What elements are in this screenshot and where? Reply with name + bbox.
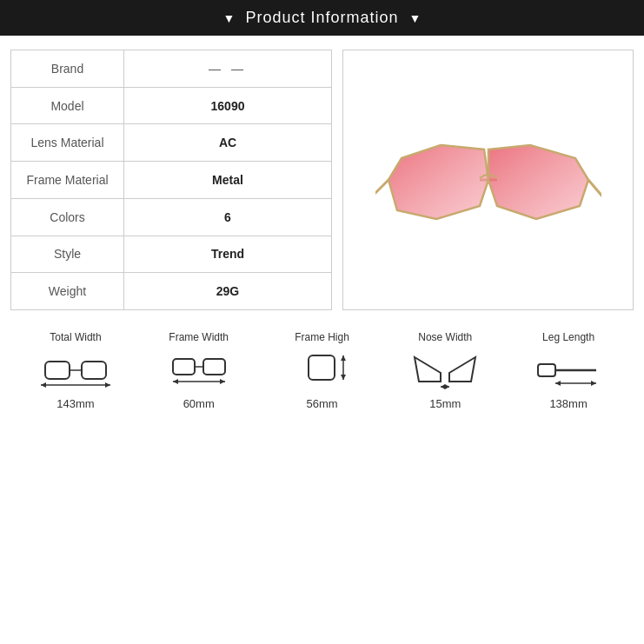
- dim-label-frame-high: Frame High: [295, 331, 349, 343]
- table-label-frame-material: Frame Material: [11, 162, 124, 199]
- table-value-brand: — —: [124, 50, 332, 88]
- dim-label-total-width: Total Width: [50, 331, 101, 343]
- info-table: Brand— —Model16090Lens MaterialACFrame M…: [10, 50, 332, 310]
- dim-item-frame-high: Frame High 56mm: [287, 331, 356, 410]
- svg-rect-14: [203, 359, 225, 375]
- header: ▼ Product Information ▼: [0, 0, 644, 36]
- table-value-model: 16090: [124, 87, 332, 124]
- header-arrow-left: ▼: [223, 11, 236, 25]
- dim-icon-frame-high: [287, 349, 356, 392]
- table-row: Brand— —: [11, 50, 332, 88]
- table-row: StyleTrend: [11, 236, 332, 273]
- svg-marker-2: [488, 145, 588, 219]
- dim-label-nose-width: Nose Width: [418, 331, 472, 343]
- dim-item-frame-width: Frame Width 60mm: [164, 331, 234, 410]
- table-value-lens-material: AC: [124, 124, 332, 162]
- dim-value-nose-width: 15mm: [429, 397, 461, 410]
- dimensions-section: Total Width 143mm Frame Width: [0, 324, 644, 424]
- svg-marker-17: [173, 379, 178, 384]
- dim-item-nose-width: Nose Width 15mm: [410, 331, 480, 410]
- header-title: Product Information: [245, 9, 398, 27]
- svg-rect-19: [309, 355, 335, 380]
- table-label-style: Style: [11, 236, 124, 273]
- svg-line-4: [588, 180, 601, 197]
- svg-marker-30: [591, 381, 596, 386]
- dim-label-frame-width: Frame Width: [169, 331, 229, 343]
- product-image-box: [342, 50, 634, 310]
- table-label-lens-material: Lens Material: [11, 124, 124, 162]
- table-label-weight: Weight: [11, 273, 124, 310]
- svg-marker-25: [445, 384, 449, 389]
- svg-marker-22: [341, 375, 346, 380]
- dim-label-leg-length: Leg Length: [542, 331, 594, 343]
- svg-rect-26: [538, 364, 555, 376]
- svg-marker-21: [341, 355, 346, 361]
- dim-item-total-width: Total Width 143mm: [41, 331, 110, 410]
- table-value-colors: 6: [124, 198, 332, 236]
- page-wrapper: ▼ Product Information ▼ Brand— —Model160…: [0, 0, 644, 644]
- dim-item-leg-length: Leg Length 138mm: [534, 331, 603, 410]
- table-value-style: Trend: [124, 236, 332, 273]
- dim-value-frame-high: 56mm: [306, 397, 337, 410]
- dim-icon-nose-width: [410, 349, 480, 392]
- product-image: [375, 93, 601, 267]
- dim-value-leg-length: 138mm: [549, 397, 587, 410]
- table-label-model: Model: [11, 87, 124, 124]
- table-row: Weight29G: [11, 273, 332, 310]
- svg-rect-7: [45, 362, 70, 379]
- dim-value-total-width: 143mm: [56, 397, 94, 410]
- table-row: Frame MaterialMetal: [11, 162, 332, 199]
- table-row: Lens MaterialAC: [11, 124, 332, 162]
- svg-marker-29: [555, 381, 561, 386]
- svg-line-3: [375, 180, 388, 197]
- svg-marker-24: [441, 384, 445, 389]
- table-label-colors: Colors: [11, 198, 124, 236]
- table-label-brand: Brand: [11, 50, 124, 88]
- dim-icon-frame-width: [164, 349, 234, 392]
- svg-marker-1: [388, 145, 488, 219]
- svg-rect-13: [173, 359, 195, 375]
- svg-rect-8: [82, 362, 106, 379]
- table-row: Colors6: [11, 198, 332, 236]
- table-row: Model16090: [11, 87, 332, 124]
- dim-value-frame-width: 60mm: [183, 397, 215, 410]
- main-content: Brand— —Model16090Lens MaterialACFrame M…: [0, 36, 644, 324]
- svg-marker-18: [220, 379, 225, 384]
- table-value-frame-material: Metal: [124, 162, 332, 199]
- svg-marker-12: [105, 382, 110, 388]
- svg-marker-11: [41, 382, 46, 388]
- header-arrow-right: ▼: [409, 11, 422, 25]
- dim-icon-leg-length: [534, 349, 603, 392]
- table-value-weight: 29G: [124, 273, 332, 310]
- dim-icon-total-width: [41, 349, 110, 392]
